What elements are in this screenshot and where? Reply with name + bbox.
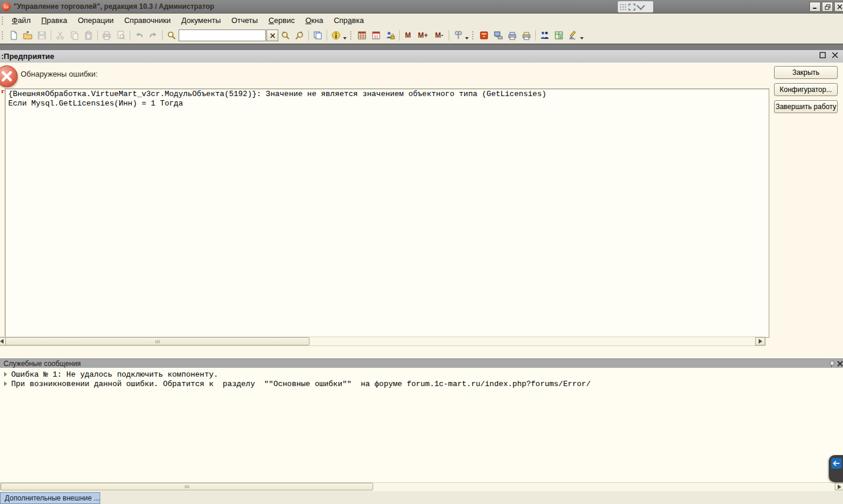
toolbar-gripper-icon[interactable] (1, 31, 4, 40)
enterprise-window-title: :Предприятие (1, 52, 54, 61)
scrollbar-thumb[interactable] (1, 483, 373, 490)
close-icon[interactable] (837, 361, 843, 367)
chevron-down-icon[interactable] (343, 37, 347, 39)
toolbar-separator (308, 30, 309, 41)
scrollbar-thumb[interactable] (5, 337, 309, 345)
find-next-button[interactable] (278, 29, 292, 42)
user-lock-icon (386, 31, 395, 40)
toolbar-separator (51, 30, 51, 41)
new-document-button[interactable] (6, 29, 21, 42)
menu-operations[interactable]: Операции (73, 15, 119, 26)
external-processing-button[interactable] (477, 29, 491, 42)
pin-icon[interactable] (829, 361, 834, 367)
service-messages-header[interactable]: Служебные сообщения (0, 358, 843, 368)
text-cursor-marker: r (1, 88, 4, 94)
calendar-button[interactable]: 31 (369, 29, 383, 42)
menu-service[interactable]: Сервис (263, 15, 300, 26)
shutdown-button[interactable]: Завершить работу (774, 100, 838, 113)
sync-monitor-button[interactable] (491, 29, 505, 42)
search-input[interactable] (179, 31, 273, 40)
expand-icon[interactable] (628, 4, 635, 11)
scroll-right-button[interactable] (835, 483, 843, 490)
message-row[interactable]: Ошибка № 1: Не удалось подключить компон… (0, 370, 218, 379)
calendar-icon: 31 (371, 31, 381, 40)
memory-button[interactable]: М (401, 31, 414, 39)
scroll-right-button[interactable] (755, 337, 765, 345)
menu-help[interactable]: Справка (328, 15, 369, 26)
app-logo-icon: 1c (2, 2, 11, 11)
redo-button[interactable] (146, 29, 160, 42)
wrench-icon (453, 31, 463, 40)
drag-handle-icon[interactable] (620, 4, 626, 10)
counterparties-button[interactable] (538, 29, 552, 42)
toolbar-gripper-icon[interactable] (350, 31, 353, 40)
service-tools-button[interactable] (451, 29, 465, 42)
svg-text:$: $ (559, 35, 562, 39)
error-area-hscrollbar[interactable] (0, 337, 766, 346)
save-button[interactable] (35, 29, 49, 42)
duplicate-button[interactable] (311, 29, 325, 42)
info-button[interactable] (329, 29, 343, 42)
print-documents-alt-button[interactable] (519, 29, 534, 42)
back-arrow-icon[interactable] (831, 458, 842, 469)
open-button[interactable] (21, 29, 35, 42)
close-icon[interactable] (832, 52, 838, 58)
screen-overlay-widget[interactable] (618, 1, 653, 12)
menu-file[interactable]: Файл (6, 15, 36, 26)
copy-icon (70, 31, 79, 40)
menu-documents[interactable]: Документы (176, 15, 226, 26)
menu-edit[interactable]: Правка (36, 15, 73, 26)
titlebar: 1c "Управление торговлей", редакция 10.3… (0, 0, 843, 14)
print-documents-button[interactable] (505, 29, 519, 42)
service-messages-list[interactable]: Ошибка № 1: Не удалось подключить компон… (0, 368, 843, 482)
close-dialog-button[interactable]: Закрыть (774, 66, 838, 79)
copy-button[interactable] (67, 29, 81, 42)
restore-button[interactable] (822, 2, 833, 12)
toolbar-gripper-icon[interactable] (472, 31, 475, 40)
print-button[interactable] (100, 29, 114, 42)
enterprise-window-titlebar[interactable]: :Предприятие (0, 50, 843, 63)
printer-doc-icon (508, 31, 517, 40)
search-button[interactable] (164, 29, 179, 42)
taskbar-tab-label: Дополнительные внешние ... (5, 494, 100, 502)
taskbar-tab-external[interactable]: Дополнительные внешние ... (0, 492, 100, 504)
menu-catalogs[interactable]: Справочники (119, 15, 176, 26)
toolbar-gripper-icon[interactable] (1, 16, 4, 25)
menu-bar: Файл Правка Операции Справочники Докумен… (0, 14, 843, 27)
floating-overlay-widget[interactable] (829, 455, 843, 482)
currency-rates-button[interactable]: $ (552, 29, 566, 42)
message-row[interactable]: При возникновении данной ошибки. Обратит… (0, 379, 591, 388)
svg-text:31: 31 (374, 35, 378, 39)
memory-plus-button[interactable]: М+ (414, 31, 432, 39)
maximize-icon[interactable] (819, 52, 826, 58)
clear-search-button[interactable] (266, 29, 278, 41)
chevron-down-icon[interactable] (580, 37, 584, 39)
user-permissions-button[interactable] (383, 29, 397, 42)
toolbar: 31 М М+ М- (0, 27, 843, 44)
find-previous-button[interactable] (292, 29, 307, 42)
paste-button[interactable] (81, 29, 96, 42)
signature-button[interactable] (566, 29, 580, 42)
calculator-button[interactable] (355, 29, 369, 42)
menu-windows[interactable]: Окна (300, 15, 328, 26)
menu-reports[interactable]: Отчеты (226, 15, 263, 26)
service-messages-title: Служебные сообщения (4, 360, 81, 368)
two-people-icon (540, 31, 549, 40)
redo-icon (149, 31, 158, 40)
memory-minus-button[interactable]: М- (432, 31, 447, 39)
toolbar-separator (327, 30, 327, 41)
messages-hscrollbar[interactable] (0, 482, 843, 491)
scroll-grip-icon (155, 340, 160, 343)
chevron-down-icon[interactable] (637, 1, 645, 9)
cut-button[interactable] (53, 29, 67, 42)
error-text-area[interactable]: {ВнешняяОбработка.VirtueMart_v3cr.Модуль… (5, 88, 769, 338)
chevron-down-icon[interactable] (465, 37, 469, 39)
configurator-button[interactable]: Конфигуратор... (774, 83, 838, 96)
print-preview-button[interactable] (114, 29, 128, 42)
toolbar-separator (97, 30, 98, 41)
toolbar-separator (162, 30, 163, 41)
undo-button[interactable] (132, 29, 146, 42)
application-window: 1c "Управление торговлей", редакция 10.3… (0, 0, 843, 504)
close-button[interactable] (834, 2, 843, 12)
minimize-button[interactable] (809, 2, 821, 12)
